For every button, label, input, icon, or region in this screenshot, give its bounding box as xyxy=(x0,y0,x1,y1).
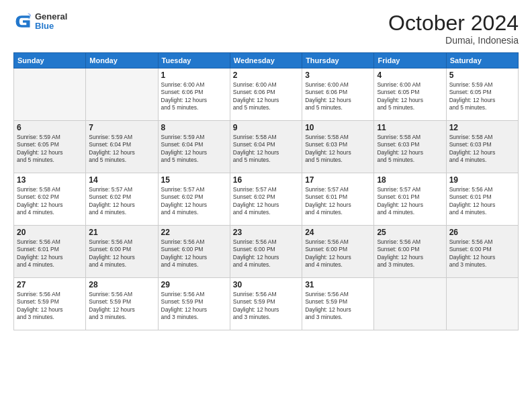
table-row: 23Sunrise: 5:56 AMSunset: 6:00 PMDayligh… xyxy=(230,226,302,278)
calendar-table: Sunday Monday Tuesday Wednesday Thursday… xyxy=(13,52,519,330)
cell-text: Sunrise: 5:59 AMSunset: 6:04 PMDaylight:… xyxy=(89,134,154,165)
calendar-header-row: Sunday Monday Tuesday Wednesday Thursday… xyxy=(14,53,519,68)
day-number: 7 xyxy=(89,123,154,132)
cell-text: Sunrise: 5:59 AMSunset: 6:05 PMDaylight:… xyxy=(449,81,515,112)
table-row: 30Sunrise: 5:56 AMSunset: 5:59 PMDayligh… xyxy=(230,278,302,330)
day-number: 21 xyxy=(89,228,154,237)
table-row: 20Sunrise: 5:56 AMSunset: 6:01 PMDayligh… xyxy=(14,226,86,278)
cell-text: Sunrise: 5:56 AMSunset: 5:59 PMDaylight:… xyxy=(89,291,154,322)
cell-text: Sunrise: 6:00 AMSunset: 6:06 PMDaylight:… xyxy=(161,81,227,112)
day-number: 27 xyxy=(17,280,83,289)
day-number: 22 xyxy=(161,228,227,237)
table-row: 3Sunrise: 6:00 AMSunset: 6:06 PMDaylight… xyxy=(302,68,374,121)
location: Dumai, Indonesia xyxy=(388,35,519,46)
day-number: 28 xyxy=(89,280,154,289)
cell-text: Sunrise: 5:56 AMSunset: 5:59 PMDaylight:… xyxy=(233,291,299,322)
day-number: 30 xyxy=(233,280,299,289)
table-row: 17Sunrise: 5:57 AMSunset: 6:01 PMDayligh… xyxy=(302,173,374,226)
table-row: 16Sunrise: 5:57 AMSunset: 6:02 PMDayligh… xyxy=(230,173,302,226)
table-row xyxy=(14,68,86,121)
calendar-row: 1Sunrise: 6:00 AMSunset: 6:06 PMDaylight… xyxy=(14,68,519,121)
col-wednesday: Wednesday xyxy=(230,53,302,68)
table-row: 2Sunrise: 6:00 AMSunset: 6:06 PMDaylight… xyxy=(230,68,302,121)
table-row: 15Sunrise: 5:57 AMSunset: 6:02 PMDayligh… xyxy=(158,173,230,226)
cell-text: Sunrise: 5:59 AMSunset: 6:04 PMDaylight:… xyxy=(161,134,227,165)
day-number: 3 xyxy=(305,71,371,80)
page: General Blue October 2024 Dumai, Indones… xyxy=(0,0,532,411)
cell-text: Sunrise: 5:56 AMSunset: 5:59 PMDaylight:… xyxy=(17,291,83,322)
table-row: 25Sunrise: 5:56 AMSunset: 6:00 PMDayligh… xyxy=(374,226,446,278)
cell-text: Sunrise: 5:57 AMSunset: 6:01 PMDaylight:… xyxy=(377,186,443,217)
cell-text: Sunrise: 5:58 AMSunset: 6:04 PMDaylight:… xyxy=(233,134,299,165)
cell-text: Sunrise: 5:56 AMSunset: 6:01 PMDaylight:… xyxy=(449,186,515,217)
day-number: 8 xyxy=(161,123,227,132)
day-number: 17 xyxy=(305,175,371,185)
table-row: 9Sunrise: 5:58 AMSunset: 6:04 PMDaylight… xyxy=(230,121,302,173)
logo-icon xyxy=(13,12,32,31)
cell-text: Sunrise: 5:56 AMSunset: 6:00 PMDaylight:… xyxy=(305,238,371,269)
cell-text: Sunrise: 5:56 AMSunset: 5:59 PMDaylight:… xyxy=(305,291,371,322)
cell-text: Sunrise: 6:00 AMSunset: 6:05 PMDaylight:… xyxy=(377,81,443,112)
table-row: 27Sunrise: 5:56 AMSunset: 5:59 PMDayligh… xyxy=(14,278,86,330)
table-row: 18Sunrise: 5:57 AMSunset: 6:01 PMDayligh… xyxy=(374,173,446,226)
calendar-row: 27Sunrise: 5:56 AMSunset: 5:59 PMDayligh… xyxy=(14,278,519,330)
day-number: 10 xyxy=(305,123,371,132)
table-row: 24Sunrise: 5:56 AMSunset: 6:00 PMDayligh… xyxy=(302,226,374,278)
logo-blue: Blue xyxy=(35,21,67,31)
day-number: 19 xyxy=(449,175,515,185)
day-number: 4 xyxy=(377,71,443,80)
day-number: 6 xyxy=(17,123,83,132)
cell-text: Sunrise: 5:58 AMSunset: 6:02 PMDaylight:… xyxy=(17,186,83,217)
cell-text: Sunrise: 5:56 AMSunset: 6:00 PMDaylight:… xyxy=(449,238,515,269)
cell-text: Sunrise: 5:56 AMSunset: 6:00 PMDaylight:… xyxy=(89,238,154,269)
day-number: 12 xyxy=(449,123,515,132)
cell-text: Sunrise: 5:57 AMSunset: 6:02 PMDaylight:… xyxy=(233,186,299,217)
table-row: 1Sunrise: 6:00 AMSunset: 6:06 PMDaylight… xyxy=(158,68,230,121)
table-row: 19Sunrise: 5:56 AMSunset: 6:01 PMDayligh… xyxy=(446,173,518,226)
cell-text: Sunrise: 5:56 AMSunset: 5:59 PMDaylight:… xyxy=(161,291,227,322)
table-row: 29Sunrise: 5:56 AMSunset: 5:59 PMDayligh… xyxy=(158,278,230,330)
col-sunday: Sunday xyxy=(14,53,86,68)
cell-text: Sunrise: 5:57 AMSunset: 6:02 PMDaylight:… xyxy=(89,186,154,217)
day-number: 26 xyxy=(449,228,515,237)
day-number: 1 xyxy=(161,71,227,80)
table-row: 12Sunrise: 5:58 AMSunset: 6:03 PMDayligh… xyxy=(446,121,518,173)
cell-text: Sunrise: 5:56 AMSunset: 6:01 PMDaylight:… xyxy=(17,238,83,269)
logo: General Blue xyxy=(13,12,67,32)
calendar-row: 20Sunrise: 5:56 AMSunset: 6:01 PMDayligh… xyxy=(14,226,519,278)
col-saturday: Saturday xyxy=(446,53,518,68)
cell-text: Sunrise: 5:59 AMSunset: 6:05 PMDaylight:… xyxy=(17,134,83,165)
table-row: 11Sunrise: 5:58 AMSunset: 6:03 PMDayligh… xyxy=(374,121,446,173)
day-number: 14 xyxy=(89,175,154,185)
table-row xyxy=(446,278,518,330)
cell-text: Sunrise: 5:56 AMSunset: 6:00 PMDaylight:… xyxy=(161,238,227,269)
day-number: 25 xyxy=(377,228,443,237)
calendar-row: 6Sunrise: 5:59 AMSunset: 6:05 PMDaylight… xyxy=(14,121,519,173)
day-number: 2 xyxy=(233,71,299,80)
table-row: 31Sunrise: 5:56 AMSunset: 5:59 PMDayligh… xyxy=(302,278,374,330)
col-friday: Friday xyxy=(374,53,446,68)
day-number: 13 xyxy=(17,175,83,185)
table-row: 21Sunrise: 5:56 AMSunset: 6:00 PMDayligh… xyxy=(86,226,158,278)
header: General Blue October 2024 Dumai, Indones… xyxy=(13,12,519,46)
table-row xyxy=(374,278,446,330)
table-row: 26Sunrise: 5:56 AMSunset: 6:00 PMDayligh… xyxy=(446,226,518,278)
day-number: 20 xyxy=(17,228,83,237)
cell-text: Sunrise: 5:57 AMSunset: 6:02 PMDaylight:… xyxy=(161,186,227,217)
day-number: 24 xyxy=(305,228,371,237)
day-number: 11 xyxy=(377,123,443,132)
table-row: 10Sunrise: 5:58 AMSunset: 6:03 PMDayligh… xyxy=(302,121,374,173)
day-number: 23 xyxy=(233,228,299,237)
day-number: 31 xyxy=(305,280,371,289)
table-row: 28Sunrise: 5:56 AMSunset: 5:59 PMDayligh… xyxy=(86,278,158,330)
day-number: 16 xyxy=(233,175,299,185)
cell-text: Sunrise: 6:00 AMSunset: 6:06 PMDaylight:… xyxy=(305,81,371,112)
table-row: 4Sunrise: 6:00 AMSunset: 6:05 PMDaylight… xyxy=(374,68,446,121)
cell-text: Sunrise: 5:58 AMSunset: 6:03 PMDaylight:… xyxy=(305,134,371,165)
title-block: October 2024 Dumai, Indonesia xyxy=(388,12,519,46)
month-title: October 2024 xyxy=(388,12,519,34)
logo-text: General Blue xyxy=(35,12,67,32)
day-number: 18 xyxy=(377,175,443,185)
table-row: 8Sunrise: 5:59 AMSunset: 6:04 PMDaylight… xyxy=(158,121,230,173)
table-row: 13Sunrise: 5:58 AMSunset: 6:02 PMDayligh… xyxy=(14,173,86,226)
